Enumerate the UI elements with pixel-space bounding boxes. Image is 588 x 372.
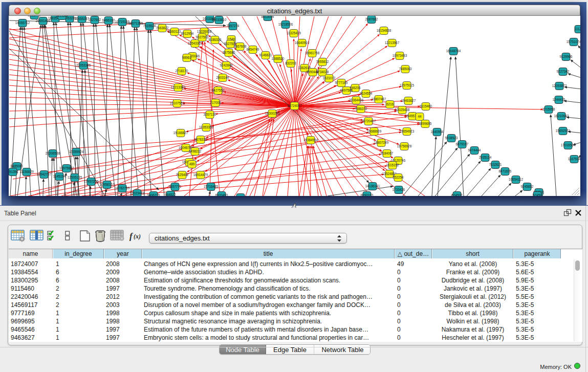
svg-text:12942737: 12942737 (37, 172, 52, 176)
svg-text:10973493: 10973493 (393, 54, 407, 57)
svg-text:9129966: 9129966 (560, 55, 573, 58)
svg-text:44: 44 (418, 115, 422, 118)
svg-text:10807487: 10807487 (372, 97, 386, 101)
svg-text:1527602: 1527602 (89, 18, 101, 21)
svg-text:10688609: 10688609 (367, 129, 382, 133)
svg-text:10025438: 10025438 (395, 108, 410, 112)
svg-text:2803144: 2803144 (216, 76, 229, 79)
svg-text:12505135: 12505135 (68, 176, 82, 179)
svg-text:11353359: 11353359 (199, 125, 213, 129)
svg-text:1588520: 1588520 (272, 57, 285, 60)
svg-text:13226058: 13226058 (197, 30, 212, 33)
svg-text:964522: 964522 (165, 193, 176, 196)
svg-text:16154838: 16154838 (377, 29, 391, 32)
svg-text:14136141: 14136141 (365, 184, 380, 188)
svg-text:7857274: 7857274 (227, 24, 239, 28)
svg-text:8427552: 8427552 (212, 89, 225, 92)
svg-text:8813054: 8813054 (262, 16, 274, 18)
svg-text:6899695: 6899695 (419, 122, 432, 125)
svg-text:12975115: 12975115 (400, 83, 414, 87)
svg-text:391394: 391394 (9, 170, 18, 173)
svg-text:19463627: 19463627 (401, 99, 416, 102)
svg-text:9657771: 9657771 (169, 185, 182, 188)
svg-text:1733426: 1733426 (393, 188, 405, 191)
svg-text:16033810: 16033810 (212, 18, 227, 21)
svg-text:16640910: 16640910 (295, 41, 310, 45)
svg-text:7632621: 7632621 (489, 163, 502, 166)
svg-text:2935114: 2935114 (479, 156, 492, 159)
svg-text:2867608: 2867608 (234, 45, 247, 48)
svg-text:10719185: 10719185 (115, 20, 130, 24)
svg-text:98961: 98961 (182, 56, 191, 59)
svg-text:10958107: 10958107 (100, 183, 115, 186)
svg-text:7986372: 7986372 (355, 107, 367, 111)
svg-text:92450: 92450 (533, 193, 542, 196)
svg-text:717006: 717006 (210, 101, 221, 104)
svg-text:17957255: 17957255 (84, 180, 99, 183)
svg-text:9184067: 9184067 (381, 151, 394, 155)
svg-text:1199403: 1199403 (234, 195, 247, 196)
svg-text:20364436: 20364436 (349, 98, 364, 102)
svg-text:18724007: 18724007 (287, 104, 302, 107)
svg-text:6879197: 6879197 (456, 142, 469, 146)
svg-text:2718170: 2718170 (176, 69, 188, 73)
svg-text:924502: 924502 (451, 193, 463, 196)
svg-text:16961758: 16961758 (305, 51, 320, 55)
svg-text:6497565: 6497565 (340, 89, 353, 92)
svg-text:16648784: 16648784 (446, 49, 461, 53)
svg-text:9245652: 9245652 (521, 185, 534, 188)
svg-text:3215958: 3215958 (542, 107, 555, 111)
svg-text:12213967: 12213967 (385, 41, 400, 45)
svg-text:18807249: 18807249 (374, 141, 389, 144)
svg-text:6466160: 6466160 (102, 18, 115, 22)
svg-text:15716485: 15716485 (204, 185, 219, 188)
svg-text:1615152: 1615152 (386, 163, 399, 167)
svg-text:11156829: 11156829 (19, 170, 34, 173)
svg-text:1621072: 1621072 (323, 76, 336, 80)
svg-text:9419344: 9419344 (56, 16, 69, 17)
svg-text:16671355: 16671355 (128, 21, 143, 25)
svg-text:11123: 11123 (575, 27, 580, 31)
svg-text:14055712: 14055712 (15, 21, 30, 25)
svg-text:8471676: 8471676 (499, 169, 512, 173)
svg-text:6216: 6216 (386, 102, 394, 106)
svg-text:20206538: 20206538 (46, 151, 60, 155)
svg-text:20053346: 20053346 (76, 63, 91, 67)
svg-text:489: 489 (189, 162, 195, 166)
svg-text:1244415: 1244415 (553, 98, 565, 101)
svg-text:6734028: 6734028 (316, 70, 329, 74)
svg-text:19166827: 19166827 (173, 131, 188, 135)
svg-text:16543362: 16543362 (188, 41, 203, 45)
svg-text:16914479: 16914479 (193, 173, 208, 177)
svg-text:2815942: 2815942 (28, 16, 41, 17)
svg-text:832203: 832203 (285, 61, 296, 65)
svg-text:9777169: 9777169 (335, 81, 348, 84)
svg-text:9242848: 9242848 (220, 63, 233, 67)
svg-text:7663822: 7663822 (156, 26, 169, 30)
svg-text:3267130: 3267130 (204, 113, 216, 116)
svg-text:4498222: 4498222 (189, 149, 202, 153)
svg-text:8920493: 8920493 (215, 193, 228, 196)
svg-text:12023448: 12023448 (130, 191, 145, 195)
svg-text:17359924: 17359924 (69, 150, 84, 154)
svg-text:19384554: 19384554 (303, 138, 318, 142)
svg-text:8454749: 8454749 (247, 48, 259, 51)
svg-text:15751074: 15751074 (567, 40, 580, 43)
svg-text:19756928: 19756928 (397, 144, 412, 148)
svg-text:9146821: 9146821 (259, 53, 272, 57)
svg-text:(x): (x) (134, 233, 141, 240)
svg-text:8660123: 8660123 (168, 30, 181, 33)
svg-text:9227342: 9227342 (557, 70, 570, 73)
svg-text:10975887: 10975887 (59, 166, 74, 170)
svg-text:11325419: 11325419 (287, 31, 301, 35)
svg-text:5938923: 5938923 (445, 136, 458, 140)
svg-text:7515524: 7515524 (143, 24, 156, 28)
svg-text:9474444: 9474444 (468, 148, 481, 152)
svg-text:7625402: 7625402 (176, 173, 189, 177)
svg-text:8878332: 8878332 (194, 138, 207, 141)
svg-text:252254: 252254 (393, 176, 404, 179)
svg-text:2087682: 2087682 (365, 17, 378, 21)
svg-text:3624554: 3624554 (360, 92, 373, 95)
svg-text:10655287: 10655287 (75, 17, 90, 20)
svg-text:8690103: 8690103 (361, 193, 374, 196)
